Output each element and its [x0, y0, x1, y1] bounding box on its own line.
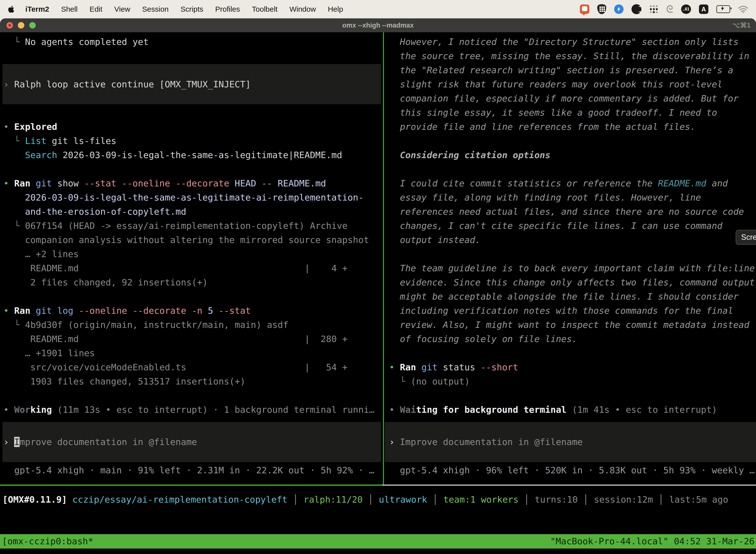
- term-line: [3, 162, 382, 176]
- terminal-pane-left[interactable]: └ No agents completed yet › Ralph loop a…: [0, 32, 382, 485]
- term-line: [389, 388, 756, 403]
- term-segment: [OMX#0.11.9]: [2, 494, 67, 505]
- term-segment: … +2 lines: [3, 249, 79, 259]
- window-title-bar[interactable]: omx --xhigh --madmax ⌥⌘1: [0, 18, 756, 32]
- term-segment: [67, 494, 72, 505]
- menu-item-help[interactable]: Help: [328, 5, 343, 13]
- term-line: review. Also, I might want to inspect th…: [389, 318, 756, 332]
- menu-item-view[interactable]: View: [114, 5, 130, 13]
- term-line: 2026-03-09-is-legal-the-same-as-legitima…: [3, 190, 382, 205]
- term-segment: README.md: [658, 178, 706, 188]
- term-line: README.md | 280 +: [3, 332, 382, 346]
- menu-item-edit[interactable]: Edit: [89, 5, 103, 13]
- term-line: However, I noticed the "Directory Struct…: [389, 35, 756, 49]
- menu-item-session[interactable]: Session: [142, 5, 169, 13]
- term-line: of focusing solely on file lines.: [389, 332, 756, 346]
- menu-item-shell[interactable]: Shell: [61, 5, 78, 13]
- a-app-icon[interactable]: A: [699, 4, 708, 14]
- shield-grid-icon[interactable]: [597, 4, 606, 14]
- term-segment: ›: [389, 437, 400, 447]
- term-segment: Wor: [14, 404, 30, 415]
- apple-menu-icon[interactable]: [8, 5, 15, 13]
- menu-item-profiles[interactable]: Profiles: [215, 5, 240, 13]
- tmux-status-bar: [omx-cczip0:bash* "MacBook-Pro-44.local"…: [0, 534, 756, 549]
- term-line: • Waiting for background terminal (1m 41…: [389, 403, 756, 417]
- term-line: › Ralph loop active continue [OMX_TMUX_I…: [3, 77, 382, 91]
- term-line: … +2 lines: [3, 247, 382, 261]
- term-segment: --short: [481, 362, 518, 372]
- term-segment: 2026-03-09-is-legal-the-same-as-legitima…: [63, 150, 342, 160]
- pane-divider-vertical[interactable]: [383, 32, 384, 486]
- term-line: gpt-5.4 xhigh · 96% left · 520K in · 5.8…: [389, 463, 756, 477]
- term-segment: 4b9d30f (origin/main, instructkr/main, m…: [25, 320, 289, 330]
- term-line: this single essay, it seems like a good …: [389, 106, 756, 120]
- term-line: references need actual files, and since …: [389, 205, 756, 219]
- term-segment: cczip/essay/ai-reimplementation-copyleft: [72, 494, 288, 505]
- term-segment: └: [3, 221, 25, 231]
- term-segment: Wai: [400, 404, 416, 415]
- term-segment: last:5m ago: [669, 494, 728, 505]
- left-model-status-line: gpt-5.4 xhigh · main · 91% left · 2.31M …: [0, 463, 385, 477]
- term-line: [3, 49, 382, 63]
- term-segment: Ran: [400, 362, 422, 372]
- term-segment: •: [3, 306, 14, 316]
- term-segment: │: [653, 494, 669, 505]
- term-segment: the source tree, missing the essay. Stil…: [389, 51, 749, 61]
- menu-app-name[interactable]: iTerm2: [25, 5, 49, 13]
- term-segment: might be acceptable alongside the file l…: [389, 291, 739, 301]
- blue-badge-icon[interactable]: [614, 4, 624, 14]
- term-line: 1903 files changed, 513517 insertions(+): [3, 374, 382, 388]
- term-segment: show: [57, 178, 84, 188]
- term-line: [3, 63, 382, 77]
- wifi-icon[interactable]: [738, 5, 748, 13]
- term-segment: -n: [192, 306, 208, 316]
- term-line: [389, 134, 756, 148]
- left-prompt-input[interactable]: › Improve documentation in @filename: [0, 435, 385, 449]
- term-segment: git ls-files: [52, 136, 116, 146]
- term-segment: git: [36, 178, 57, 188]
- terminal-pane-right[interactable]: However, I noticed the "Directory Struct…: [386, 32, 756, 485]
- term-segment: │: [578, 494, 594, 505]
- term-line: [389, 162, 756, 176]
- term-line: The team guideline is to back every impo…: [389, 261, 756, 275]
- term-segment: •: [3, 178, 14, 188]
- term-segment: [3, 150, 25, 160]
- battery-icon[interactable]: [716, 5, 730, 13]
- term-segment: --oneline --decorate: [79, 306, 191, 316]
- term-segment: README.md: [277, 178, 326, 188]
- menu-item-toolbelt[interactable]: Toolbelt: [252, 5, 277, 13]
- term-segment: •: [3, 122, 14, 132]
- term-segment: (1m 41s • esc to interrupt): [567, 404, 717, 415]
- term-segment: references need actual files, and since …: [389, 207, 744, 217]
- dark-crescent-icon[interactable]: [631, 4, 641, 14]
- term-segment: │: [363, 494, 379, 505]
- menu-item-scripts[interactable]: Scripts: [181, 5, 203, 13]
- term-segment: •: [389, 404, 400, 415]
- squiggle-icon[interactable]: ᘓ: [666, 4, 673, 14]
- term-line: might be acceptable alongside the file l…: [389, 289, 756, 303]
- term-line: I could cite commit statistics or refere…: [389, 176, 756, 190]
- term-segment: └: [3, 136, 25, 146]
- term-line: [389, 346, 756, 360]
- menu-item-window[interactable]: Window: [290, 5, 316, 13]
- term-segment: No agents completed yet: [25, 37, 149, 47]
- term-segment: Ralph loop active continue [OMX_TMUX_INJ…: [14, 79, 251, 89]
- term-segment: Explored: [14, 122, 57, 132]
- right-prompt-input[interactable]: › Improve documentation in @filename: [386, 435, 756, 449]
- screen-share-button[interactable]: Scre: [736, 230, 756, 245]
- term-segment: and-the-erosion-of-copyleft.md: [3, 207, 186, 217]
- term-line: the "Related research writing" section i…: [389, 63, 756, 77]
- term-line: 2 files changed, 92 insertions(+): [3, 275, 382, 289]
- dots-grid-icon[interactable]: [649, 5, 658, 14]
- term-segment: changes, I can't cite specific file line…: [389, 221, 722, 231]
- term-segment: essay file, along with finding root file…: [389, 192, 701, 203]
- omx-status-line: [OMX#0.11.9] cczip/essay/ai-reimplementa…: [2, 492, 754, 507]
- term-segment: the "Related research writing" section i…: [389, 65, 733, 75]
- term-segment: mprove documentation in @filename: [19, 437, 197, 447]
- term-line: › Improve documentation in @filename: [389, 435, 756, 449]
- usage-badge-icon[interactable]: ..61: [681, 4, 691, 14]
- chat-app-icon[interactable]: [580, 4, 589, 14]
- pane-divider-horizontal-right: [382, 485, 756, 486]
- term-line: and-the-erosion-of-copyleft.md: [3, 205, 382, 219]
- term-line: [389, 247, 756, 261]
